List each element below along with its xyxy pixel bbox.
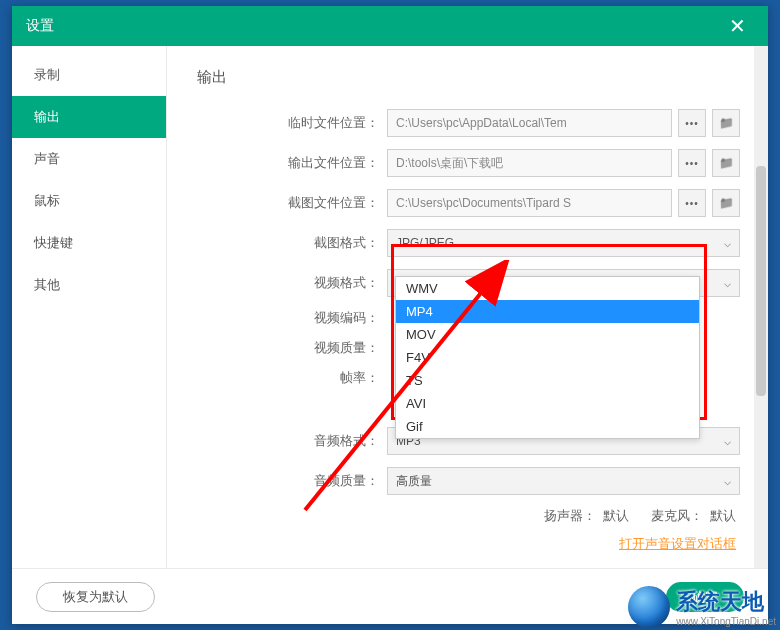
- open-temp-folder-button[interactable]: [712, 109, 740, 137]
- scrollbar[interactable]: [754, 46, 768, 568]
- sidebar-item-label: 鼠标: [34, 192, 60, 210]
- row-output-path: 输出文件位置： D:\tools\桌面\下载吧: [197, 149, 740, 177]
- dialog-title: 设置: [26, 17, 54, 35]
- sidebar-item-other[interactable]: 其他: [12, 264, 166, 306]
- dialog-footer: 恢复为默认 确定: [12, 568, 768, 624]
- sidebar-item-label: 快捷键: [34, 234, 73, 252]
- screenshot-path-input[interactable]: C:\Users\pc\Documents\Tipard S: [387, 189, 672, 217]
- sidebar-item-sound[interactable]: 声音: [12, 138, 166, 180]
- chevron-down-icon: ⌵: [724, 276, 731, 290]
- browse-temp-button[interactable]: [678, 109, 706, 137]
- ok-button[interactable]: 确定: [666, 582, 744, 612]
- speaker-mic-row: 扬声器： 默认 麦克风： 默认: [197, 507, 740, 525]
- scroll-thumb[interactable]: [756, 166, 766, 396]
- label-video-encoding: 视频编码：: [197, 309, 387, 327]
- option-gif[interactable]: Gif: [396, 415, 699, 438]
- temp-path-input[interactable]: C:\Users\pc\AppData\Local\Tem: [387, 109, 672, 137]
- row-screenshot-path: 截图文件位置： C:\Users\pc\Documents\Tipard S: [197, 189, 740, 217]
- sidebar-item-label: 录制: [34, 66, 60, 84]
- row-temp-path: 临时文件位置： C:\Users\pc\AppData\Local\Tem: [197, 109, 740, 137]
- restore-defaults-button[interactable]: 恢复为默认: [36, 582, 155, 612]
- sidebar-item-mouse[interactable]: 鼠标: [12, 180, 166, 222]
- label-video-format: 视频格式：: [197, 274, 387, 292]
- audio-quality-select[interactable]: 高质量 ⌵: [387, 467, 740, 495]
- label-audio-quality: 音频质量：: [197, 472, 387, 490]
- sidebar-item-label: 其他: [34, 276, 60, 294]
- chevron-down-icon: ⌵: [724, 434, 731, 448]
- sidebar-item-output[interactable]: 输出: [12, 96, 166, 138]
- sidebar-item-label: 输出: [34, 108, 60, 126]
- settings-dialog: 设置 ✕ 录制 输出 声音 鼠标 快捷键 其他 输出 临时文件位置： C:\Us…: [12, 6, 768, 624]
- option-avi[interactable]: AVI: [396, 392, 699, 415]
- option-mov[interactable]: MOV: [396, 323, 699, 346]
- label-output-path: 输出文件位置：: [197, 154, 387, 172]
- label-audio-format: 音频格式：: [197, 432, 387, 450]
- option-f4v[interactable]: F4V: [396, 346, 699, 369]
- chevron-down-icon: ⌵: [724, 474, 731, 488]
- dialog-body: 录制 输出 声音 鼠标 快捷键 其他 输出 临时文件位置： C:\Users\p…: [12, 46, 768, 568]
- option-ts[interactable]: TS: [396, 369, 699, 392]
- row-audio-quality: 音频质量： 高质量 ⌵: [197, 467, 740, 495]
- open-screenshot-folder-button[interactable]: [712, 189, 740, 217]
- screenshot-format-select[interactable]: JPG/JPEG ⌵: [387, 229, 740, 257]
- browse-output-button[interactable]: [678, 149, 706, 177]
- label-video-quality: 视频质量：: [197, 339, 387, 357]
- option-wmv[interactable]: WMV: [396, 277, 699, 300]
- row-screenshot-format: 截图格式： JPG/JPEG ⌵: [197, 229, 740, 257]
- label-screenshot-format: 截图格式：: [197, 234, 387, 252]
- option-mp4[interactable]: MP4: [396, 300, 699, 323]
- label-temp-path: 临时文件位置：: [197, 114, 387, 132]
- video-format-dropdown[interactable]: WMV MP4 MOV F4V TS AVI Gif: [395, 276, 700, 439]
- open-sound-settings-link[interactable]: 打开声音设置对话框: [197, 535, 740, 553]
- label-screenshot-path: 截图文件位置：: [197, 194, 387, 212]
- close-icon[interactable]: ✕: [721, 10, 754, 42]
- sidebar-item-hotkey[interactable]: 快捷键: [12, 222, 166, 264]
- browse-screenshot-button[interactable]: [678, 189, 706, 217]
- content-panel: 输出 临时文件位置： C:\Users\pc\AppData\Local\Tem…: [167, 46, 768, 568]
- section-title-output: 输出: [197, 68, 740, 87]
- chevron-down-icon: ⌵: [724, 236, 731, 250]
- titlebar: 设置 ✕: [12, 6, 768, 46]
- speaker-label: 扬声器： 默认: [544, 507, 629, 525]
- sidebar-item-label: 声音: [34, 150, 60, 168]
- sidebar-item-record[interactable]: 录制: [12, 54, 166, 96]
- label-fps: 帧率：: [197, 369, 387, 387]
- mic-label: 麦克风： 默认: [651, 507, 736, 525]
- open-output-folder-button[interactable]: [712, 149, 740, 177]
- sidebar: 录制 输出 声音 鼠标 快捷键 其他: [12, 46, 167, 568]
- output-path-input[interactable]: D:\tools\桌面\下载吧: [387, 149, 672, 177]
